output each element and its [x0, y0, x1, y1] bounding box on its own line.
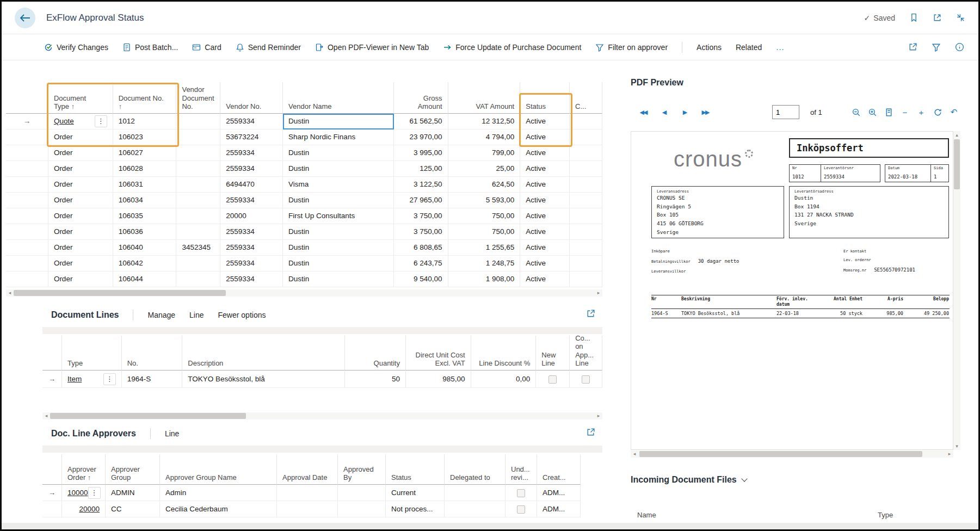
open-in-window-icon[interactable]: [933, 13, 942, 22]
row-selector[interactable]: [6, 256, 48, 271]
cell[interactable]: [570, 177, 602, 193]
column-header-approver-group-name[interactable]: Approver Group Name: [160, 454, 277, 485]
cell-gross[interactable]: 9 540,00: [394, 271, 448, 287]
cell-vendor-doc-no[interactable]: [176, 114, 220, 129]
cell-gross[interactable]: 23 970,00: [394, 129, 448, 145]
row-selector[interactable]: [6, 240, 48, 256]
column-header-partial[interactable]: C...: [570, 82, 602, 114]
zoom-out-icon[interactable]: [848, 105, 864, 119]
table-row[interactable]: Order 106034 2559334 Dustin 27 965,00 5 …: [6, 193, 602, 208]
cell-vendor-no[interactable]: 53673224: [220, 129, 283, 145]
pdf-hscrollbar[interactable]: ◂ ▸: [631, 450, 953, 458]
info-icon[interactable]: [955, 42, 964, 52]
comment-checkbox[interactable]: [582, 375, 590, 384]
column-header-gross-amount[interactable]: Gross Amount: [394, 82, 448, 114]
cell[interactable]: [570, 271, 602, 287]
cell-vat[interactable]: 750,00: [448, 208, 521, 224]
column-header-vendor-document-no[interactable]: Vendor Document No.: [176, 82, 220, 114]
zoom-increase-icon[interactable]: +: [914, 105, 929, 119]
row-selector[interactable]: [6, 271, 48, 287]
cell-vendor-no[interactable]: 2559334: [220, 193, 283, 208]
cell-vendor-doc-no[interactable]: [176, 177, 220, 193]
cell-approver-order[interactable]: 10000⋮: [62, 485, 106, 501]
row-selector[interactable]: [6, 145, 48, 161]
column-header-approver-order[interactable]: Approver Order ↑: [62, 454, 106, 485]
cell[interactable]: [570, 208, 602, 224]
line-menu[interactable]: Line: [189, 311, 204, 319]
back-button[interactable]: [15, 8, 35, 28]
actions-menu-button[interactable]: Actions: [697, 43, 722, 52]
cell-document-type[interactable]: Order: [48, 177, 113, 193]
cell-approver-group-name[interactable]: Admin: [160, 485, 277, 501]
row-menu-button[interactable]: ⋮: [95, 115, 107, 127]
incoming-files-column-name[interactable]: Name: [637, 511, 656, 519]
column-header-vendor-no[interactable]: Vendor No.: [220, 82, 283, 114]
cell-document-no[interactable]: 106028: [113, 161, 177, 177]
approver-order-link[interactable]: 10000: [67, 485, 88, 501]
cell-vendor-doc-no[interactable]: [176, 145, 220, 161]
cell-quantity[interactable]: 50: [345, 371, 406, 388]
pdf-page-input[interactable]: [772, 105, 799, 119]
cell-status[interactable]: Active: [520, 129, 570, 145]
table-row[interactable]: Order 106036 2559334 Dustin 3 750,00 750…: [6, 224, 602, 240]
scrollbar-thumb[interactable]: [639, 451, 922, 457]
row-selector[interactable]: [6, 161, 48, 177]
cell-vendor-name[interactable]: Dustin: [283, 193, 394, 208]
under-review-checkbox[interactable]: [517, 489, 525, 497]
cell-vendor-doc-no[interactable]: [176, 161, 220, 177]
next-page-button[interactable]: ▶: [674, 104, 695, 120]
row-selector[interactable]: [6, 193, 48, 208]
scrollbar-track[interactable]: [50, 412, 595, 419]
document-lines-share-icon[interactable]: [586, 309, 595, 318]
cell-document-no[interactable]: 106035: [113, 208, 177, 224]
reset-view-icon[interactable]: ↶: [946, 105, 961, 119]
cell-gross[interactable]: 3 995,00: [394, 145, 448, 161]
cell-document-type[interactable]: Order: [48, 193, 113, 208]
cell-status[interactable]: Active: [520, 240, 570, 256]
row-selector[interactable]: [6, 208, 48, 224]
cell-gross[interactable]: 3 750,00: [394, 208, 448, 224]
verify-changes-button[interactable]: Verify Changes: [44, 43, 108, 52]
cell-vendor-no[interactable]: 2559334: [220, 145, 283, 161]
cell-gross[interactable]: 6 243,75: [394, 256, 448, 271]
column-header-approver-group[interactable]: Approver Group: [106, 454, 160, 485]
table-row[interactable]: Order 106027 2559334 Dustin 3 995,00 799…: [6, 145, 602, 161]
cell[interactable]: [570, 224, 602, 240]
post-batch-button[interactable]: Post Batch...: [122, 43, 178, 52]
cell-vendor-no[interactable]: 2559334: [220, 161, 283, 177]
cell[interactable]: [570, 161, 602, 177]
scrollbar-thumb[interactable]: [954, 139, 960, 189]
row-menu-button[interactable]: ⋮: [88, 487, 101, 499]
table-row[interactable]: Order 106044 2559334 Dustin 9 540,00 1 9…: [6, 271, 602, 287]
cell-vendor-doc-no[interactable]: 3452345: [176, 240, 220, 256]
cell-created[interactable]: ADM...: [537, 485, 581, 501]
column-header-type[interactable]: Type: [62, 336, 122, 371]
cell-approved-by[interactable]: [338, 485, 386, 501]
refresh-icon[interactable]: [930, 105, 945, 119]
cell-document-type[interactable]: Order: [48, 224, 113, 240]
cell-document-no[interactable]: 106042: [113, 256, 177, 271]
cell-vat[interactable]: 12 312,50: [448, 114, 521, 129]
card-button[interactable]: Card: [192, 43, 221, 52]
cell-status[interactable]: Active: [520, 114, 570, 129]
scroll-right-button[interactable]: ▸: [595, 289, 602, 297]
send-reminder-button[interactable]: Send Reminder: [236, 43, 301, 52]
cell-document-no[interactable]: 106027: [113, 145, 177, 161]
row-selector[interactable]: [42, 501, 62, 517]
vendor-name-selected-cell[interactable]: Dustin: [283, 114, 394, 129]
filter-list-icon[interactable]: [932, 42, 941, 52]
cell[interactable]: [570, 145, 602, 161]
cell-status[interactable]: Active: [520, 224, 570, 240]
scroll-left-button[interactable]: ◂: [42, 412, 50, 419]
cell-document-type[interactable]: Order: [48, 271, 113, 287]
cell-status[interactable]: Active: [520, 271, 570, 287]
previous-page-button[interactable]: ◀: [654, 104, 674, 120]
cell-status[interactable]: Active: [520, 256, 570, 271]
cell-status[interactable]: Not proces...: [386, 501, 445, 517]
cell-unit-cost[interactable]: 985,00: [406, 371, 471, 388]
column-header-approved-by[interactable]: Approved By: [338, 454, 386, 485]
cell-vendor-no[interactable]: 2559334: [220, 114, 283, 129]
cell[interactable]: [570, 256, 602, 271]
incoming-files-column-type[interactable]: Type: [878, 511, 893, 519]
column-header-status[interactable]: Status: [386, 454, 445, 485]
